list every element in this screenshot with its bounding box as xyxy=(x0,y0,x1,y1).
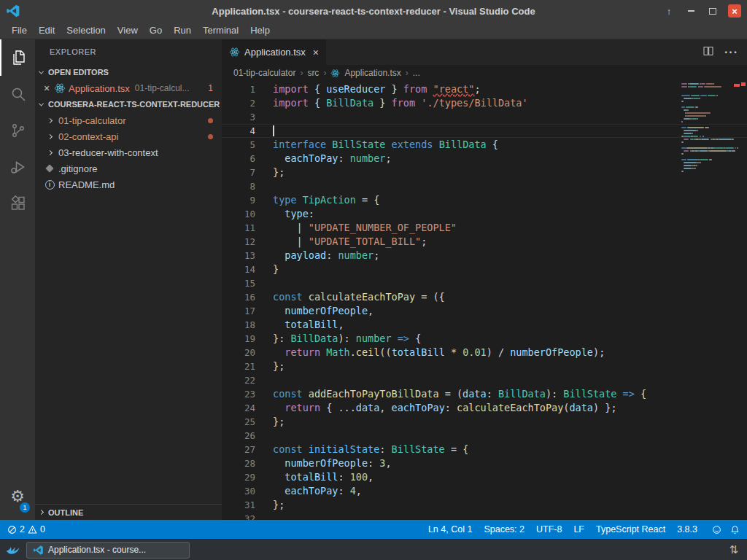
code-line-13[interactable]: 13 payload: number; xyxy=(222,249,747,262)
status-encoding[interactable]: UTF-8 xyxy=(536,524,562,534)
code-line-14[interactable]: 14} xyxy=(222,262,747,276)
line-number[interactable]: 8 xyxy=(222,179,255,193)
line-number[interactable]: 15 xyxy=(222,276,255,290)
line-number[interactable]: 17 xyxy=(222,304,255,318)
line-number[interactable]: 11 xyxy=(222,221,255,235)
tab-application-tsx[interactable]: Application.tsx × xyxy=(222,39,327,65)
code-line-26[interactable]: 26 xyxy=(222,429,747,443)
code-line-31[interactable]: 31}; xyxy=(222,498,747,512)
line-number[interactable]: 2 xyxy=(222,96,255,110)
menu-item-help[interactable]: Help xyxy=(244,23,276,37)
line-number[interactable]: 16 xyxy=(222,290,255,304)
search-activity-button[interactable] xyxy=(0,76,35,112)
code-line-11[interactable]: 11 | "UPDATE_NUMBER_OF_PEOPLE" xyxy=(222,221,747,235)
line-number[interactable]: 7 xyxy=(222,166,255,179)
problems-indicator[interactable]: 2 0 xyxy=(7,524,45,534)
code-line-27[interactable]: 27const initialState: BillState = { xyxy=(222,443,747,456)
line-number[interactable]: 10 xyxy=(222,207,255,221)
taskbar-window-button[interactable]: Application.tsx - course... xyxy=(26,542,190,559)
open-editor-item[interactable]: × Application.tsx 01-tip-calcul... 1 xyxy=(35,80,222,96)
folder-root-header[interactable]: COURSERA-REACT-TS-CONTEXT-REDUCER xyxy=(35,96,222,112)
menu-item-run[interactable]: Run xyxy=(168,23,197,37)
tree-item-02-context-api[interactable]: 02-context-api xyxy=(35,128,222,144)
app-launcher-bird-icon[interactable] xyxy=(4,542,20,558)
menu-item-view[interactable]: View xyxy=(112,23,144,37)
code-line-29[interactable]: 29 totalBill: 100, xyxy=(222,470,747,484)
line-number[interactable]: 21 xyxy=(222,359,255,373)
code-line-3[interactable]: 3 xyxy=(222,110,747,124)
breadcrumb-item-[interactable]: ... xyxy=(413,68,420,78)
code-line-18[interactable]: 18 totalBill, xyxy=(222,318,747,332)
code-line-9[interactable]: 9type TipAction = { xyxy=(222,193,747,207)
code-line-2[interactable]: 2import { BillData } from './types/BillD… xyxy=(222,96,747,110)
line-number[interactable]: 30 xyxy=(222,484,255,498)
code-line-19[interactable]: 19}: BillData): number => { xyxy=(222,332,747,346)
line-number[interactable]: 9 xyxy=(222,193,255,207)
run-debug-activity-button[interactable] xyxy=(0,149,35,185)
code-line-4[interactable]: 4 xyxy=(222,124,747,138)
overview-ruler[interactable] xyxy=(740,81,747,520)
line-number[interactable]: 31 xyxy=(222,498,255,512)
line-number[interactable]: 23 xyxy=(222,387,255,401)
line-number[interactable]: 29 xyxy=(222,470,255,484)
code-line-30[interactable]: 30 eachToPay: 4, xyxy=(222,484,747,498)
more-actions-icon[interactable]: ··· xyxy=(724,46,738,59)
minimap[interactable] xyxy=(681,83,738,176)
line-number[interactable]: 26 xyxy=(222,429,255,443)
split-editor-icon[interactable] xyxy=(703,45,714,60)
manage-button[interactable]: ⚙ 1 xyxy=(0,481,35,513)
maximize-button[interactable] xyxy=(706,4,719,18)
code-line-23[interactable]: 23const addEachToPayToBillData = (data: … xyxy=(222,387,747,401)
code-line-8[interactable]: 8 xyxy=(222,179,747,193)
status-indentation[interactable]: Spaces: 2 xyxy=(484,524,525,534)
line-number[interactable]: 5 xyxy=(222,138,255,152)
line-number[interactable]: 25 xyxy=(222,415,255,429)
code-line-7[interactable]: 7}; xyxy=(222,166,747,179)
code-line-22[interactable]: 22 xyxy=(222,373,747,387)
line-number[interactable]: 6 xyxy=(222,152,255,166)
status-cursor-position[interactable]: Ln 4, Col 1 xyxy=(428,524,472,534)
breadcrumb-item-01-tip-calculator[interactable]: 01-tip-calculator xyxy=(233,68,295,78)
code-line-16[interactable]: 16const calculateEachToPay = ({ xyxy=(222,290,747,304)
code-line-20[interactable]: 20 return Math.ceil((totalBill * 0.01) /… xyxy=(222,346,747,359)
code-line-15[interactable]: 15 xyxy=(222,276,747,290)
tree-item-gitignore[interactable]: .gitignore xyxy=(35,160,222,176)
code-line-17[interactable]: 17 numberOfPeople, xyxy=(222,304,747,318)
code-line-25[interactable]: 25}; xyxy=(222,415,747,429)
menu-item-file[interactable]: File xyxy=(6,23,33,37)
line-number[interactable]: 19 xyxy=(222,332,255,346)
code-line-12[interactable]: 12 | "UPDATE_TOTAL_BILL"; xyxy=(222,235,747,249)
status-eol[interactable]: LF xyxy=(573,524,584,534)
network-tray-icon[interactable]: ⇅ xyxy=(729,543,743,556)
line-number[interactable]: 13 xyxy=(222,249,255,262)
line-number[interactable]: 3 xyxy=(222,110,255,124)
outline-section-header[interactable]: OUTLINE xyxy=(35,504,222,520)
line-number[interactable]: 12 xyxy=(222,235,255,249)
code-line-10[interactable]: 10 type: xyxy=(222,207,747,221)
source-control-activity-button[interactable] xyxy=(0,112,35,149)
tree-item-01-tip-calculator[interactable]: 01-tip-calculator xyxy=(35,112,222,128)
code-line-32[interactable]: 32 xyxy=(222,512,747,520)
code-line-5[interactable]: 5interface BillState extends BillData { xyxy=(222,138,747,152)
code-editor[interactable]: 1import { useReducer } from "react";2imp… xyxy=(222,81,747,520)
tree-item-03-reducer-with-context[interactable]: 03-reducer-with-context xyxy=(35,144,222,160)
close-editor-icon[interactable]: × xyxy=(41,82,53,94)
menu-item-edit[interactable]: Edit xyxy=(33,23,61,37)
menu-item-go[interactable]: Go xyxy=(144,23,168,37)
status-language-mode[interactable]: TypeScript React xyxy=(596,524,665,534)
line-number[interactable]: 22 xyxy=(222,373,255,387)
tab-close-icon[interactable]: × xyxy=(313,47,319,58)
breadcrumb-item-application-tsx[interactable]: Application.tsx xyxy=(344,68,400,78)
line-number[interactable]: 27 xyxy=(222,443,255,456)
extensions-activity-button[interactable] xyxy=(0,185,35,222)
code-line-24[interactable]: 24 return { ...data, eachToPay: calculat… xyxy=(222,401,747,415)
keep-above-button[interactable]: ↑ xyxy=(662,4,676,18)
tree-item-readme-md[interactable]: iREADME.md xyxy=(35,176,222,192)
menu-item-selection[interactable]: Selection xyxy=(61,23,111,37)
breadcrumb-item-src[interactable]: src xyxy=(307,68,319,78)
code-line-21[interactable]: 21}; xyxy=(222,359,747,373)
notifications-bell-icon[interactable] xyxy=(730,525,740,534)
code-line-28[interactable]: 28 numberOfPeople: 3, xyxy=(222,456,747,470)
line-number[interactable]: 18 xyxy=(222,318,255,332)
status-ts-version[interactable]: 3.8.3 xyxy=(677,524,697,534)
